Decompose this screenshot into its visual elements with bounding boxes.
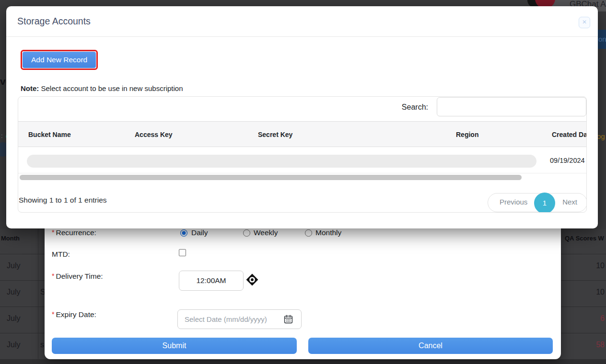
table-header-row: Bucket Name Access Key Secret Key Region… bbox=[18, 121, 586, 147]
expiry-date-label: *Expiry Date: bbox=[52, 310, 96, 319]
mtd-checkbox[interactable] bbox=[179, 249, 186, 256]
table-row: July bbox=[7, 262, 20, 270]
table-cell-fragment: S bbox=[40, 288, 45, 296]
mtd-label: MTD: bbox=[52, 250, 70, 259]
col-access-key[interactable]: Access Key bbox=[135, 131, 173, 138]
radio-daily[interactable] bbox=[180, 229, 187, 237]
table-row: July bbox=[7, 314, 20, 323]
note-label: Note: bbox=[21, 84, 39, 92]
expiry-date-input[interactable] bbox=[177, 309, 302, 329]
pagination: Previous 1 Next bbox=[488, 193, 587, 212]
search-label: Search: bbox=[402, 103, 428, 112]
table-row[interactable]: 09/19/2024 bbox=[18, 147, 586, 173]
col-created-date[interactable]: Created Date bbox=[552, 131, 587, 138]
storage-accounts-modal: Storage Accounts ✕ Add New Record Note: … bbox=[6, 6, 598, 228]
background-table-right: QA Scores W 10 10 6 58 bbox=[561, 229, 606, 364]
pagination-next[interactable]: Next bbox=[562, 198, 577, 206]
action-button-fragment[interactable]: on bbox=[597, 30, 606, 49]
time-picker-icon[interactable] bbox=[246, 273, 258, 286]
accounts-table-card: Search: Bucket Name Access Key Secret Ke… bbox=[18, 96, 587, 213]
cancel-button[interactable]: Cancel bbox=[308, 338, 553, 354]
screen: GBChat A ve : on og Month July July S Ju… bbox=[0, 0, 606, 364]
colon-fragment: : bbox=[1, 132, 3, 139]
row-divider bbox=[561, 333, 606, 333]
qa-scores-column-header: QA Scores W bbox=[565, 235, 604, 242]
radio-weekly[interactable] bbox=[243, 229, 250, 237]
row-divider bbox=[0, 307, 45, 307]
radio-daily-label: Daily bbox=[191, 228, 208, 237]
subscription-form-modal: *Recurrence: Daily Weekly Monthly MTD: *… bbox=[45, 219, 561, 359]
search-input[interactable] bbox=[437, 97, 586, 116]
table-row: July bbox=[7, 341, 20, 349]
background-table-left: Month July July S July July s bbox=[0, 229, 45, 364]
row-divider bbox=[561, 280, 606, 281]
delivery-time-label: *Delivery Time: bbox=[52, 272, 103, 281]
qa-score-value: 6 bbox=[600, 314, 605, 323]
row-divider bbox=[0, 254, 45, 254]
row-divider bbox=[0, 280, 45, 281]
row-divider bbox=[561, 307, 606, 307]
month-column-header: Month bbox=[1, 235, 20, 242]
row-divider bbox=[561, 254, 606, 254]
table-row: July bbox=[7, 288, 20, 296]
radio-monthly[interactable] bbox=[305, 229, 312, 237]
horizontal-scrollbar[interactable] bbox=[20, 175, 522, 180]
radio-weekly-label: Weekly bbox=[254, 228, 278, 237]
delivery-time-input[interactable] bbox=[179, 271, 244, 291]
link-fragment[interactable]: og bbox=[597, 132, 605, 140]
entries-info: Showing 1 to 1 of 1 entries bbox=[19, 196, 107, 205]
page-bottom-strip bbox=[0, 359, 606, 364]
note-text: Note: Select account to be use in new su… bbox=[21, 84, 183, 92]
col-bucket-name[interactable]: Bucket Name bbox=[28, 131, 71, 138]
col-region[interactable]: Region bbox=[456, 131, 478, 138]
recurrence-label: *Recurrence: bbox=[52, 228, 96, 237]
required-asterisk: * bbox=[52, 272, 54, 280]
modal-title: Storage Accounts bbox=[17, 16, 91, 27]
radio-monthly-label: Monthly bbox=[315, 228, 341, 237]
redacted-account-data bbox=[27, 155, 536, 168]
created-date-cell: 09/19/2024 bbox=[550, 157, 585, 164]
add-new-record-highlight: Add New Record bbox=[21, 50, 98, 70]
submit-button[interactable]: Submit bbox=[52, 338, 297, 354]
column-divider bbox=[38, 229, 38, 364]
add-new-record-button[interactable]: Add New Record bbox=[23, 52, 96, 68]
header-divider bbox=[6, 36, 598, 37]
pagination-page-1[interactable]: 1 bbox=[534, 193, 555, 213]
pagination-previous[interactable]: Previous bbox=[500, 198, 527, 206]
qa-score-value: 10 bbox=[596, 288, 605, 296]
close-icon[interactable]: ✕ bbox=[579, 17, 590, 28]
table-cell-fragment: s bbox=[40, 341, 44, 349]
qa-score-value: 10 bbox=[596, 262, 605, 270]
required-asterisk: * bbox=[52, 310, 54, 318]
required-asterisk: * bbox=[52, 228, 54, 236]
col-secret-key[interactable]: Secret Key bbox=[258, 131, 292, 138]
qa-score-value: 58 bbox=[596, 341, 605, 349]
row-divider bbox=[0, 333, 45, 333]
